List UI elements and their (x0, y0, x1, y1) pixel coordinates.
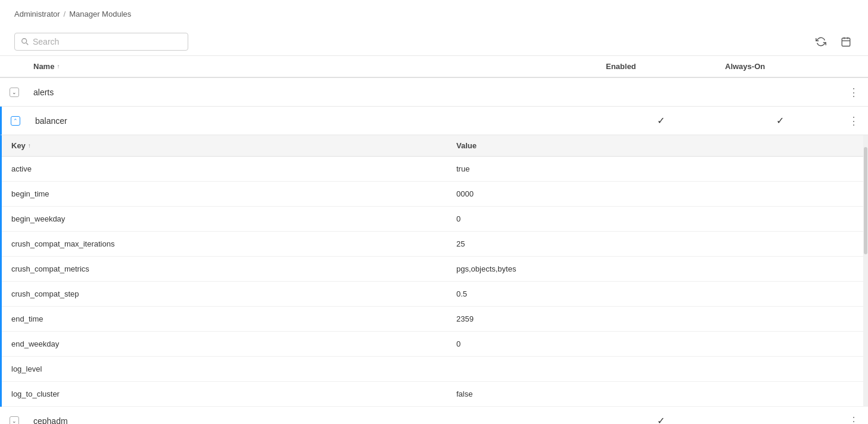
detail-row-crush-compat-step: crush_compat_step 0.5 (2, 282, 863, 307)
detail-row-log-to-cluster: log_to_cluster false (2, 382, 863, 407)
key-log-level: log_level (2, 364, 418, 373)
module-name-alerts: alerts (29, 88, 601, 97)
chevron-cephadm: ⌄ (10, 416, 19, 425)
chevron-balancer: ⌃ (11, 116, 20, 126)
chevron-alerts: ⌄ (10, 88, 19, 97)
module-row-alerts: ⌄ alerts ⋮ (0, 78, 868, 107)
svg-point-0 (22, 39, 27, 43)
col-name: Name ↑ (29, 62, 601, 71)
detail-content: Key ↑ Value active true begin_time (2, 135, 863, 407)
search-box[interactable] (14, 33, 188, 51)
module-name-balancer: balancer (30, 116, 601, 126)
detail-scroll-container: Key ↑ Value active true begin_time (2, 135, 868, 407)
value-log-to-cluster: false (447, 389, 863, 398)
key-crush-compat-metrics: crush_compat_metrics (2, 264, 418, 273)
key-end-weekday: end_weekday (2, 339, 418, 348)
module-row-balancer: ⌃ balancer ✓ ✓ ⋮ (0, 107, 868, 135)
key-end-time: end_time (2, 314, 418, 323)
detail-col-key: Key ↑ (2, 141, 418, 150)
value-begin-time: 0000 (447, 189, 863, 198)
detail-row-crush-compat-max: crush_compat_max_iterations 25 (2, 232, 863, 257)
scrollbar-thumb (864, 147, 867, 254)
key-crush-compat-step: crush_compat_step (2, 289, 418, 298)
svg-rect-2 (842, 38, 850, 46)
breadcrumb-separator: / (64, 10, 66, 18)
module-name-cephadm: cephadm (29, 416, 601, 425)
enabled-balancer: ✓ (601, 115, 720, 126)
value-active: true (447, 164, 863, 173)
calendar-button[interactable] (838, 34, 854, 49)
detail-row-end-time: end_time 2359 (2, 307, 863, 332)
breadcrumb-current: Manager Modules (69, 10, 131, 18)
more-alerts[interactable]: ⋮ (839, 86, 868, 99)
detail-col-value: Value (447, 141, 863, 150)
always-on-balancer: ✓ (720, 115, 839, 126)
key-active: active (2, 164, 418, 173)
calendar-icon (841, 36, 851, 47)
detail-row-begin-weekday: begin_weekday 0 (2, 207, 863, 232)
balancer-detail: Key ↑ Value active true begin_time (0, 135, 868, 407)
col-toggle (0, 62, 29, 71)
detail-row-crush-compat-metrics: crush_compat_metrics pgs,objects,bytes (2, 257, 863, 282)
refresh-icon (816, 36, 826, 47)
modules-table: Name ↑ Enabled Always-On ⌄ alerts ⋮ ⌃ ba… (0, 56, 868, 424)
toolbar (0, 28, 868, 56)
key-log-to-cluster: log_to_cluster (2, 389, 418, 398)
more-balancer[interactable]: ⋮ (839, 114, 868, 127)
value-crush-compat-max: 25 (447, 239, 863, 248)
key-begin-time: begin_time (2, 189, 418, 198)
value-begin-weekday: 0 (447, 214, 863, 223)
toggle-balancer[interactable]: ⌃ (2, 116, 30, 126)
detail-header: Key ↑ Value (2, 135, 863, 157)
toggle-alerts[interactable]: ⌄ (0, 88, 29, 97)
key-begin-weekday: begin_weekday (2, 214, 418, 223)
svg-line-1 (26, 43, 28, 45)
value-crush-compat-metrics: pgs,objects,bytes (447, 264, 863, 273)
detail-row-begin-time: begin_time 0000 (2, 182, 863, 207)
value-crush-compat-step: 0.5 (447, 289, 863, 298)
value-end-time: 2359 (447, 314, 863, 323)
refresh-button[interactable] (813, 34, 829, 49)
col-enabled: Enabled (601, 62, 720, 71)
table-header: Name ↑ Enabled Always-On (0, 56, 868, 78)
detail-row-active: active true (2, 157, 863, 182)
name-sort-icon[interactable]: ↑ (57, 63, 60, 70)
more-cephadm[interactable]: ⋮ (839, 414, 868, 425)
col-always-on: Always-On (720, 62, 839, 71)
breadcrumb-root[interactable]: Administrator (14, 10, 60, 18)
key-crush-compat-max: crush_compat_max_iterations (2, 239, 418, 248)
search-icon (21, 38, 29, 46)
toggle-cephadm[interactable]: ⌄ (0, 416, 29, 425)
detail-row-log-level: log_level (2, 357, 863, 382)
col-actions (839, 62, 868, 71)
detail-scrollbar[interactable] (863, 135, 868, 407)
key-sort-icon[interactable]: ↑ (28, 142, 31, 149)
search-input[interactable] (33, 37, 182, 46)
detail-row-end-weekday: end_weekday 0 (2, 332, 863, 357)
enabled-cephadm: ✓ (601, 415, 720, 424)
module-row-cephadm: ⌄ cephadm ✓ ⋮ (0, 407, 868, 424)
value-end-weekday: 0 (447, 339, 863, 348)
breadcrumb: Administrator / Manager Modules (0, 0, 868, 28)
